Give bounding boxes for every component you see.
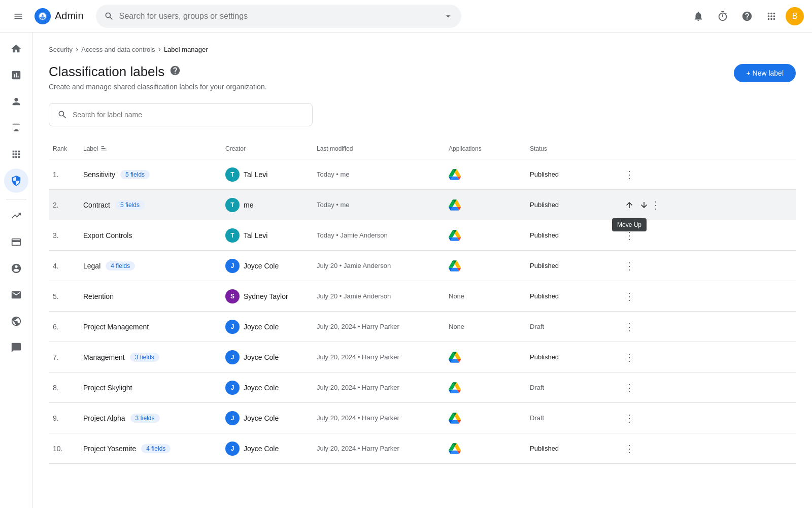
more-options-button[interactable]: ⋮	[621, 380, 637, 396]
cell-modified: July 20, 2024 • Harry Parker	[313, 319, 445, 334]
creator-name: Joyce Cole	[244, 414, 279, 422]
label-search-input[interactable]	[73, 111, 304, 119]
sidebar-item-reports[interactable]	[4, 63, 28, 87]
more-options-button[interactable]: ⋮	[621, 288, 637, 304]
app-logo: Admin	[35, 8, 84, 24]
drive-icon	[449, 229, 461, 242]
cell-label[interactable]: Project Alpha 3 fields	[79, 410, 221, 427]
breadcrumb-access[interactable]: Access and data controls	[81, 46, 155, 53]
cell-rank: 1.	[49, 166, 79, 183]
rank-value: 7.	[53, 353, 59, 361]
more-options-button[interactable]: ⋮	[621, 349, 637, 365]
sidebar-item-email[interactable]	[4, 283, 28, 307]
notifications-button[interactable]	[688, 6, 708, 26]
cell-actions: ⋮	[617, 315, 648, 339]
cell-creator: J Joyce Cole	[221, 255, 313, 277]
cell-status: Published	[526, 349, 617, 365]
sidebar-item-directory[interactable]	[4, 309, 28, 333]
new-label-button[interactable]: + New label	[734, 64, 796, 82]
sidebar-item-apps[interactable]	[4, 142, 28, 166]
cell-label[interactable]: Contract 5 fields	[79, 196, 221, 214]
table-row: 8. Project Skylight J Joyce Cole July 20…	[49, 372, 796, 403]
sidebar-item-devices[interactable]	[4, 116, 28, 140]
timer-button[interactable]	[713, 6, 733, 26]
label-search-container[interactable]	[49, 103, 313, 126]
cell-label[interactable]: Project Management	[79, 319, 221, 335]
sidebar-item-security[interactable]	[4, 168, 28, 193]
app-title: Admin	[55, 10, 84, 22]
cell-label[interactable]: Export Controls	[79, 227, 221, 244]
global-search-input[interactable]	[119, 12, 438, 21]
table-row: 1. Sensitivity 5 fields T Tal Levi Today…	[49, 159, 796, 190]
more-options-button[interactable]: ⋮	[621, 166, 637, 183]
cell-modified: July 20, 2024 • Harry Parker	[313, 441, 445, 456]
menu-icon[interactable]	[8, 6, 28, 26]
cell-label[interactable]: Project Yosemite 4 fields	[79, 440, 221, 457]
more-options-button[interactable]: ⋮	[621, 441, 637, 457]
more-options-button[interactable]: ⋮	[621, 319, 637, 335]
label-badge: 3 fields	[130, 353, 159, 362]
creator-name: Joyce Cole	[244, 262, 279, 270]
no-app: None	[449, 292, 464, 300]
cell-rank: 9.	[49, 410, 79, 426]
page-header-left: Classification labels Create and manage …	[49, 64, 267, 91]
cell-applications: None	[445, 319, 526, 334]
help-circle-icon[interactable]	[170, 65, 181, 79]
label-badge: 5 fields	[115, 200, 145, 210]
cell-label[interactable]: Management 3 fields	[79, 349, 221, 366]
cell-creator: T me	[221, 194, 313, 216]
cell-creator: J Joyce Cole	[221, 407, 313, 429]
cell-rank: 5.	[49, 288, 79, 304]
cell-applications	[445, 438, 526, 459]
sidebar-item-insights[interactable]	[4, 204, 28, 228]
move-up-button[interactable]	[621, 197, 637, 213]
rank-value: 5.	[53, 292, 59, 300]
label-name: Project Skylight	[83, 384, 132, 392]
cell-applications	[445, 347, 526, 367]
last-modified-value: July 20, 2024 • Harry Parker	[317, 414, 399, 422]
cell-actions: ⋮	[617, 345, 648, 369]
sidebar-item-account[interactable]	[4, 256, 28, 281]
help-button[interactable]	[737, 6, 757, 26]
sidebar-item-home[interactable]	[4, 37, 28, 61]
label-badge: 4 fields	[141, 444, 171, 453]
last-modified-value: July 20, 2024 • Harry Parker	[317, 353, 399, 361]
labels-table: Rank Label Creator Last modified Applica…	[49, 139, 796, 464]
col-label[interactable]: Label	[79, 143, 221, 155]
cell-actions: ⋮	[617, 406, 648, 430]
cell-actions: ⋮	[617, 376, 648, 400]
move-down-button[interactable]	[639, 197, 649, 213]
creator-name: Tal Levi	[244, 231, 267, 240]
cell-label[interactable]: Legal 4 fields	[79, 257, 221, 275]
user-avatar[interactable]: B	[786, 7, 804, 25]
rank-value: 8.	[53, 384, 59, 392]
sidebar-item-users[interactable]	[4, 89, 28, 114]
cell-creator: J Joyce Cole	[221, 437, 313, 460]
more-options-button[interactable]: ⋮	[621, 410, 637, 426]
more-options-button[interactable]: ⋮	[651, 197, 661, 213]
drive-icon	[449, 382, 461, 394]
search-dropdown-icon	[443, 11, 453, 21]
cell-label[interactable]: Project Skylight	[79, 380, 221, 396]
global-search[interactable]	[96, 5, 461, 28]
status-value: Draft	[530, 384, 544, 391]
cell-modified: July 20, 2024 • Harry Parker	[313, 349, 445, 365]
status-value: Published	[530, 353, 559, 361]
topbar-actions: B	[688, 6, 804, 26]
page-title: Classification labels	[49, 64, 267, 80]
cell-applications: None	[445, 288, 526, 304]
cell-label[interactable]: Retention	[79, 288, 221, 304]
search-icon	[104, 11, 114, 21]
table-row: 3. Export Controls T Tal Levi Today • Ja…	[49, 220, 796, 251]
grid-button[interactable]	[761, 6, 782, 26]
cell-applications	[445, 408, 526, 428]
rank-value: 3.	[53, 231, 59, 240]
more-options-button[interactable]: ⋮	[621, 258, 637, 274]
no-app: None	[449, 323, 464, 330]
sidebar-item-billing[interactable]	[4, 230, 28, 254]
breadcrumb-security[interactable]: Security	[49, 46, 73, 53]
sidebar-item-chat[interactable]	[4, 335, 28, 360]
cell-label[interactable]: Sensitivity 5 fields	[79, 166, 221, 183]
status-value: Published	[530, 262, 559, 269]
sidebar	[0, 32, 32, 508]
